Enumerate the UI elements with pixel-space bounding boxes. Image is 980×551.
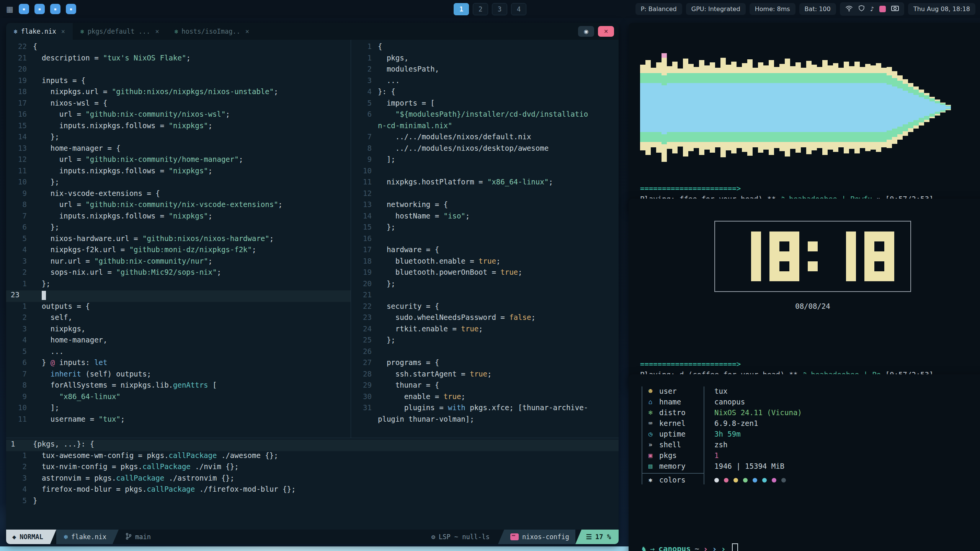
tab-close-icon[interactable]: × — [61, 28, 65, 35]
tab-close-icon[interactable]: × — [245, 28, 249, 35]
code-line[interactable]: 27 programs = { — [351, 358, 619, 370]
code-line[interactable]: 16 — [351, 234, 619, 246]
code-line[interactable]: 23 — [6, 290, 351, 302]
code-line[interactable]: plugin thunar-volman]; — [351, 415, 619, 426]
tag-icon[interactable]: ▪ — [66, 4, 76, 14]
code-line[interactable]: 8 url = "github:nix-community/nix-vscode… — [6, 200, 351, 212]
code-line[interactable]: 6 } @ inputs: let — [6, 358, 351, 370]
wifi-icon[interactable] — [845, 5, 853, 13]
tag-icon[interactable]: ▪ — [50, 4, 60, 14]
code-line[interactable]: 5 nixos-hardware.url = "github:nixos/nix… — [6, 234, 351, 246]
titlebar-close-button[interactable]: ✕ — [598, 26, 614, 37]
code-line[interactable]: 2 tux-nvim-config = pkgs.callPackage ./n… — [6, 462, 619, 474]
code-line[interactable]: 1 tux-awesome-wm-config = pkgs.callPacka… — [6, 451, 619, 463]
recorder-indicator[interactable] — [879, 6, 886, 12]
workspace-1[interactable]: 1 — [454, 3, 469, 15]
code-line[interactable]: 31 plugins = with pkgs.xfce; [thunar-arc… — [351, 403, 619, 415]
code-line[interactable]: 23 sudo.wheelNeedsPassword = false; — [351, 313, 619, 324]
code-line[interactable]: 10 — [351, 166, 619, 178]
vpn-shield-icon[interactable] — [858, 5, 865, 13]
tab-close-icon[interactable]: × — [155, 28, 159, 35]
code-line[interactable]: 3 nur.url = "github:nix-community/nur"; — [6, 257, 351, 268]
editor-pane-flake[interactable]: 22{21 description = "tux's NixOS Flake";… — [6, 40, 351, 438]
code-line[interactable]: 30 enable = true; — [351, 392, 619, 404]
code-line[interactable]: 22 security = { — [351, 302, 619, 313]
code-line[interactable]: 8 forAllSystems = nixpkgs.lib.genAttrs [ — [6, 381, 351, 392]
code-line[interactable]: 29 thunar = { — [351, 381, 619, 392]
code-line[interactable]: 9 ]; — [351, 155, 619, 166]
launcher-icon[interactable]: ▦ — [6, 5, 13, 14]
code-line[interactable]: 5} — [6, 496, 619, 508]
code-line[interactable]: 4 firefox-mod-blur = pkgs.callPackage ./… — [6, 485, 619, 496]
code-line[interactable]: 12 — [351, 189, 619, 201]
terminal-window[interactable]: ☻usertux⌂hnamecanopus❄distroNixOS 24.11 … — [629, 374, 980, 551]
code-line[interactable]: 1{ — [351, 42, 619, 54]
code-line[interactable]: 22{ — [6, 42, 351, 54]
code-line[interactable]: 1 pkgs, — [351, 54, 619, 65]
code-line[interactable]: 4 home-manager, — [6, 336, 351, 347]
workspace-2[interactable]: 2 — [473, 3, 488, 15]
code-line[interactable]: 19 bluetooth.powerOnBoot = true; — [351, 268, 619, 279]
code-line[interactable]: 6 "${modulesPath}/installer/cd-dvd/insta… — [351, 110, 619, 121]
tag-icon[interactable]: ▪ — [19, 4, 29, 14]
code-line[interactable]: 5 ... — [6, 347, 351, 359]
code-line[interactable]: 18 nixpkgs.url = "github:nixos/nixpkgs/n… — [6, 87, 351, 99]
code-line[interactable]: 2 self, — [6, 313, 351, 324]
code-line[interactable]: 14 }; — [6, 132, 351, 144]
code-line[interactable]: 26 — [351, 347, 619, 359]
code-line[interactable]: 13 home-manager = { — [6, 144, 351, 155]
code-line[interactable]: 7 ../../modules/nixos/default.nix — [351, 132, 619, 144]
code-line[interactable]: 4 nixpkgs-f2k.url = "github:moni-dz/nixp… — [6, 245, 351, 257]
screenshot-icon[interactable] — [891, 5, 899, 13]
code-line[interactable]: 20 }; — [351, 279, 619, 291]
code-line[interactable]: 12 url = "github:nix-community/home-mana… — [6, 155, 351, 166]
code-line[interactable]: 16 url = "github:nix-community/nixos-wsl… — [6, 110, 351, 121]
code-line[interactable]: 21 description = "tux's NixOS Flake"; — [6, 54, 351, 65]
code-line[interactable]: 8 ../../modules/nixos/desktop/awesome — [351, 144, 619, 155]
code-line[interactable]: 13 networking = { — [351, 200, 619, 212]
clock-window[interactable]: 08/08/24 ======================> Playing… — [629, 199, 980, 386]
code-line[interactable]: n-cd-minimal.nix" — [351, 121, 619, 133]
code-line[interactable]: 14 hostName = "iso"; — [351, 212, 619, 223]
code-line[interactable]: 9 nix-vscode-extensions = { — [6, 189, 351, 201]
code-line[interactable]: 18 bluetooth.enable = true; — [351, 257, 619, 268]
music-visualizer-window[interactable]: ======================> Playing: ffee fo… — [629, 23, 980, 211]
code-line[interactable]: 24 rtkit.enable = true; — [351, 324, 619, 336]
code-line[interactable]: 11 inputs.nixpkgs.follows = "nixpkgs"; — [6, 166, 351, 178]
code-line[interactable]: 20 — [6, 65, 351, 76]
code-line[interactable]: 9 "x86_64-linux" — [6, 392, 351, 404]
workspace-4[interactable]: 4 — [511, 3, 526, 15]
code-line[interactable]: 28 ssh.startAgent = true; — [351, 370, 619, 381]
editor-pane-pkgs-default[interactable]: 1{pkgs, ...}: {1 tux-awesome-wm-config =… — [6, 438, 619, 530]
code-line[interactable]: 10 }; — [6, 178, 351, 189]
neovim-window[interactable]: ❄ flake.nix × ❄ pkgs/default ... × ❄ hos… — [6, 23, 619, 544]
volume-icon[interactable]: ♪ — [870, 6, 874, 12]
tag-icon[interactable]: ▪ — [34, 4, 45, 14]
code-line[interactable]: 4}: { — [351, 87, 619, 99]
workspace-3[interactable]: 3 — [492, 3, 507, 15]
code-line[interactable]: 1 outputs = { — [6, 302, 351, 313]
code-line[interactable]: 2 sops-nix.url = "github:Mic92/sops-nix"… — [6, 268, 351, 279]
code-line[interactable]: 1 }; — [6, 279, 351, 291]
code-line[interactable]: 3 astronvim = pkgs.callPackage ./astronv… — [6, 474, 619, 485]
code-line[interactable]: 10 ]; — [6, 403, 351, 415]
tab-hosts-isoimage[interactable]: ❄ hosts/isoImag.. × — [167, 23, 257, 40]
titlebar-toggle-button[interactable]: ◉ — [578, 26, 594, 37]
code-line[interactable]: 7 inherit (self) outputs; — [6, 370, 351, 381]
code-line[interactable]: 3 ... — [351, 76, 619, 88]
code-line[interactable]: 17 nixos-wsl = { — [6, 99, 351, 110]
tab-flake-nix[interactable]: ❄ flake.nix × — [6, 23, 73, 40]
code-line[interactable]: 5 imports = [ — [351, 99, 619, 110]
code-line[interactable]: 11 username = "tux"; — [6, 415, 351, 426]
code-line[interactable]: 19 inputs = { — [6, 76, 351, 88]
code-line[interactable]: 1{pkgs, ...}: { — [6, 440, 619, 451]
code-line[interactable]: 6 }; — [6, 223, 351, 234]
code-line[interactable]: 3 nixpkgs, — [6, 324, 351, 336]
code-line[interactable]: 15 }; — [351, 223, 619, 234]
code-line[interactable]: 17 hardware = { — [351, 245, 619, 257]
code-line[interactable]: 25 }; — [351, 336, 619, 347]
code-line[interactable]: 11 nixpkgs.hostPlatform = "x86_64-linux"… — [351, 178, 619, 189]
code-line[interactable]: 2 modulesPath, — [351, 65, 619, 76]
editor-pane-isoimage[interactable]: 1{1 pkgs,2 modulesPath,3 ...4}: {5 impor… — [351, 40, 619, 438]
tab-pkgs-default[interactable]: ❄ pkgs/default ... × — [73, 23, 167, 40]
